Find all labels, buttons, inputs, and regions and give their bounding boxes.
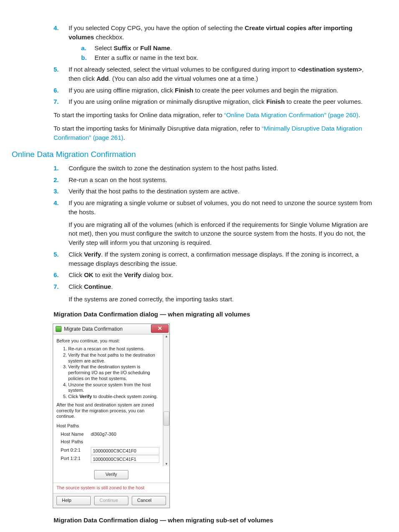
step-marker: 1. [54, 164, 65, 173]
scroll-down-icon[interactable]: ▼ [165, 462, 168, 466]
host-name-row: Host Name dl360g7-360 [61, 431, 159, 438]
text: Select [95, 44, 114, 51]
paragraph-online-ref: To start the importing tasks for Online … [54, 111, 376, 120]
substep-text: Enter a suffix or name in the text box. [95, 54, 198, 61]
link-online-data-migration[interactable]: “Online Data Migration Confirmation” (pa… [224, 111, 358, 118]
step-6: 6. If you are using offline migration, c… [54, 86, 376, 95]
text: To start the importing tasks for Minimal… [54, 125, 262, 132]
verify-row: Verify [53, 466, 169, 483]
text: to create the peer volumes and begin the… [193, 87, 338, 94]
text: to double-check system zoning. [92, 394, 158, 399]
host-name-value: dl360g7-360 [91, 431, 159, 438]
scroll-up-icon[interactable]: ▲ [165, 334, 168, 339]
bold: Continue [84, 283, 111, 290]
step-7b: 7. Click Continue. If the systems are zo… [54, 282, 376, 304]
step-marker: 3. [54, 187, 65, 196]
dialog-after-text: After the host and destination system ar… [56, 402, 159, 419]
bold: Suffix [114, 44, 131, 51]
dialog-content: Before you continue, you must: Re-run a … [53, 334, 163, 466]
step-2: 2. Re-run a scan on the host systems. [54, 175, 376, 185]
dialog-caption-all-volumes: Migration Data Confirmation dialog — whe… [54, 310, 376, 319]
step-1: 1. Configure the switch to zone the dest… [54, 164, 376, 173]
step-text: Click Continue. [69, 283, 113, 290]
dialog-step: Re-run a rescan on the host systems. [68, 346, 159, 352]
host-paths-subheading: Host Paths [61, 439, 159, 445]
dialog-body: Before you continue, you must: Re-run a … [53, 334, 169, 466]
dialog-step: Verify that the host paths to the destin… [68, 352, 159, 364]
scrollbar[interactable]: ▲ ▼ [163, 334, 169, 466]
step-3: 3. Verify that the host paths to the des… [54, 187, 376, 196]
text: checkbox. [94, 33, 124, 41]
bold: Add [97, 75, 109, 82]
bold: OK [84, 271, 94, 278]
step-marker: 6. [54, 270, 65, 280]
step-marker: 5. [54, 250, 65, 259]
port-row: Port 1:2:1 10000000C9CC41F1 [61, 455, 159, 463]
step-text: Configure the switch to zone the destina… [69, 164, 278, 172]
step-paragraph: If the systems are zoned correctly, the … [69, 295, 376, 304]
step-4: 4. If you selected Copy CPG, you have th… [54, 23, 376, 62]
text: . [123, 134, 125, 141]
app-icon [56, 326, 61, 332]
substep-marker: b. [81, 53, 93, 62]
text: . (You can also add the virtual volumes … [109, 75, 258, 82]
text: Click [69, 251, 84, 258]
step-text: Verify that the host paths to the destin… [69, 188, 240, 195]
text: If you are using online migration or min… [69, 98, 266, 105]
bold: Full Name [140, 44, 170, 51]
step-text: Click OK to exit the Verify dialog box. [69, 271, 173, 278]
cancel-button[interactable]: Cancel [132, 496, 166, 505]
step-text: If you are using offline migration, clic… [69, 87, 338, 94]
status-message: The source system is still zoned to the … [53, 483, 169, 493]
text: . [111, 283, 113, 290]
step-text: If you are using online migration or min… [69, 98, 363, 105]
dialog-before-text: Before you continue, you must: [56, 338, 159, 344]
scroll-thumb[interactable] [164, 411, 169, 426]
text: or [131, 44, 141, 51]
step-4b: 4. If you are migrating a single volume … [54, 198, 376, 247]
substep-a: a. Select Suffix or Full Name. [81, 44, 376, 53]
text: Click [69, 271, 84, 278]
continue-button[interactable]: Continue [94, 496, 128, 505]
text: . [358, 111, 360, 118]
text: To start the importing tasks for Online … [54, 111, 224, 118]
substep-text: Select Suffix or Full Name. [95, 44, 172, 51]
bold: Verify [84, 251, 101, 258]
dialog-step: Verify that the destination system is pe… [68, 364, 159, 381]
step-marker: 4. [54, 23, 65, 33]
text: If you are using offline migration, clic… [69, 87, 175, 94]
text: If you selected Copy CPG, you have the o… [69, 24, 245, 31]
step-marker: 7. [54, 97, 65, 106]
port-value-input[interactable]: 10000000C9CC41F0 [91, 447, 159, 455]
procedure-list-1: 4. If you selected Copy CPG, you have th… [54, 23, 376, 106]
step-text: Click Verify. If the system zoning is co… [69, 251, 359, 267]
procedure-list-2: 1. Configure the switch to zone the dest… [54, 164, 376, 304]
step-text: If not already selected, select the virt… [69, 66, 363, 82]
step-marker: 5. [54, 65, 65, 74]
text: dialog box. [141, 271, 173, 278]
step-marker: 4. [54, 198, 65, 208]
dialog-step: Click Verify to double-check system zoni… [68, 394, 159, 400]
step-marker: 7. [54, 282, 65, 291]
port-row: Port 0:2:1 10000000C9CC41F0 [61, 447, 159, 455]
page-body: 4. If you selected Copy CPG, you have th… [54, 23, 376, 525]
step-text: If you selected Copy CPG, you have the o… [69, 24, 353, 41]
bold: Finish [266, 98, 285, 105]
step-paragraph: If you are migrating all of the volumes … [69, 220, 376, 247]
host-name-label: Host Name [61, 431, 91, 438]
text: Click [68, 394, 79, 399]
dialog-footer: Help Continue Cancel [53, 493, 169, 508]
dialog-titlebar[interactable]: Migrate Data Confirmation ✕ [53, 324, 169, 334]
verify-button[interactable]: Verify [94, 470, 128, 479]
port-value-input[interactable]: 10000000C9CC41F1 [91, 455, 159, 463]
step-5: 5. If not already selected, select the v… [54, 65, 376, 83]
section-title-online-data-migration: Online Data Migration Confirmation [12, 149, 376, 160]
substeps: a. Select Suffix or Full Name. b. Enter … [69, 44, 376, 63]
text: . If the system zoning is correct, a con… [69, 251, 359, 267]
close-button[interactable]: ✕ [151, 324, 169, 333]
help-button[interactable]: Help [56, 496, 91, 505]
port-label: Port 0:2:1 [61, 447, 91, 455]
text: to exit the [93, 271, 124, 278]
host-paths-heading: Host Paths [56, 423, 159, 429]
dialog-caption-subset: Migration Data Confirmation dialog — whe… [54, 516, 376, 525]
